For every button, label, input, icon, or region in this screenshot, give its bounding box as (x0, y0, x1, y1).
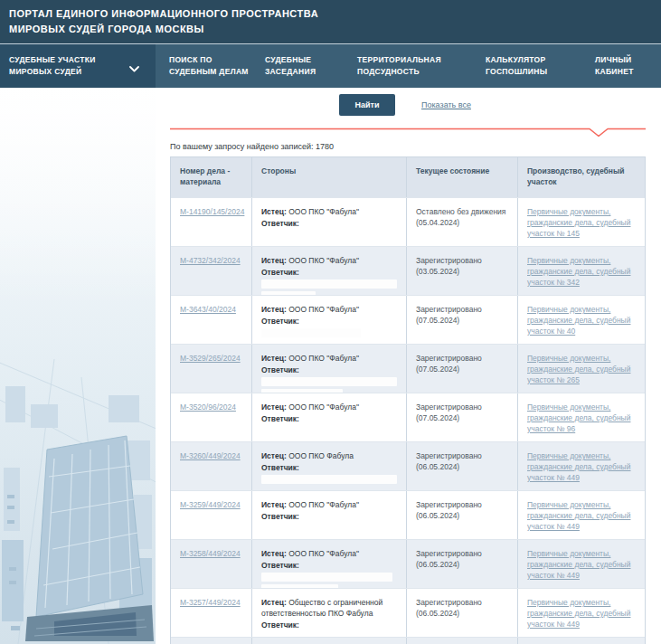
production-link[interactable]: Первичные документы, гражданские дела, с… (527, 500, 630, 531)
redacted-text (261, 291, 316, 295)
plaintiff-value: ООО ПКО "Фабула" (288, 207, 359, 216)
plaintiff-value: ООО ПКО "Фабула" (288, 549, 359, 558)
production-link[interactable]: Первичные документы, гражданские дела, с… (527, 402, 630, 433)
nav-item-label: ПОИСК ПО (169, 54, 265, 66)
column-header-production: Производство, судебный участок (517, 157, 646, 197)
defendant-value (261, 474, 397, 483)
table-row: М-14190/145/2024 Истец: ООО ПКО "Фабула"… (171, 197, 645, 246)
production-link[interactable]: Первичные документы, гражданские дела, с… (527, 256, 630, 287)
results-count: По вашему запросу найдено записей: 1780 (170, 142, 646, 151)
status-text: Зарегистрировано (416, 255, 508, 266)
find-button[interactable]: Найти (339, 94, 395, 116)
defendant-label: Ответчик: (261, 365, 299, 374)
cell-case-number: М-3260/449/2024 (171, 442, 251, 490)
case-number-link[interactable]: М-4732/342/2024 (180, 256, 241, 265)
plaintiff-label: Истец: (261, 305, 287, 314)
production-link[interactable]: Первичные документы, гражданские дела, с… (527, 451, 630, 482)
case-number-link[interactable]: М-14190/145/2024 (180, 207, 244, 216)
table-row (171, 637, 645, 644)
plaintiff-value: ООО ПКО "Фабула" (288, 354, 359, 363)
nav-item-label: КАЛЬКУЛЯТОР (486, 54, 595, 66)
status-date: (07.05.2024) (416, 315, 508, 326)
nav-item-territorial-jurisdiction[interactable]: ТЕРРИТОРИАЛЬНАЯ ПОДСУДНОСТЬ (357, 44, 486, 88)
plaintiff-label: Истец: (261, 207, 287, 216)
cell-case-number: М-3259/449/2024 (171, 491, 251, 539)
cell-parties: Истец: ООО ПКО "Фабула" Ответчик: (251, 247, 406, 295)
cell-case-number: М-3258/449/2024 (171, 540, 251, 588)
plaintiff-label: Истец: (261, 256, 287, 265)
cell-production: Первичные документы, гражданские дела, с… (517, 491, 645, 539)
table-row: М-3529/265/2024 Истец: ООО ПКО "Фабула" … (171, 344, 645, 393)
nav-item-court-districts[interactable]: СУДЕБНЫЕ УЧАСТКИ МИРОВЫХ СУДЕЙ (0, 44, 156, 88)
cell-case-number: М-3643/40/2024 (171, 296, 251, 344)
nav-item-court-sessions[interactable]: СУДЕБНЫЕ ЗАСЕДАНИЯ (265, 44, 357, 88)
cell-parties: Истец: Общество с ограниченной ответстве… (251, 589, 406, 637)
table-body: М-14190/145/2024 Истец: ООО ПКО "Фабула"… (171, 197, 645, 644)
nav-item-fee-calculator[interactable]: КАЛЬКУЛЯТОР ГОСПОШЛИНЫ (486, 44, 595, 88)
status-text: Зарегистрировано (416, 548, 508, 559)
cell-status (406, 638, 517, 644)
cell-parties: Истец: ООО ПКО "Фабула" Ответчик: (251, 491, 406, 539)
cell-production (517, 638, 645, 644)
cell-parties: Истец: ООО ПКО "Фабула" Ответчик: (251, 198, 406, 246)
defendant-value (261, 376, 397, 393)
show-all-link[interactable]: Показать все (421, 100, 471, 109)
case-number-link[interactable]: М-3258/449/2024 (180, 549, 241, 558)
chevron-down-icon (129, 60, 139, 76)
nav-items: ПОИСК ПО СУДЕБНЫМ ДЕЛАМ СУДЕБНЫЕ ЗАСЕДАН… (156, 44, 651, 88)
status-date: (03.05.2024) (416, 266, 508, 277)
production-link[interactable]: Первичные документы, гражданские дела, с… (527, 354, 630, 384)
cell-production: Первичные документы, гражданские дела, с… (517, 198, 645, 246)
status-text: Зарегистрировано (416, 304, 508, 315)
nav-item-case-search[interactable]: ПОИСК ПО СУДЕБНЫМ ДЕЛАМ (169, 44, 265, 88)
defendant-label: Ответчик: (261, 268, 299, 277)
nav-item-personal-account[interactable]: ЛИЧНЫЙ КАБИНЕТ (595, 44, 651, 88)
table-row: М-3643/40/2024 Истец: ООО ПКО "Фабула" О… (171, 295, 645, 344)
production-link[interactable]: Первичные документы, гражданские дела, с… (527, 598, 630, 629)
case-number-link[interactable]: М-3259/449/2024 (180, 500, 241, 509)
cell-status: Оставлено без движения (05.04.2024) (406, 198, 517, 246)
defendant-value (261, 327, 361, 336)
column-header-status: Текущее состояние (406, 157, 517, 197)
defendant-label: Ответчик: (261, 561, 299, 570)
cell-parties: Истец: ООО ПКО "Фабула" Ответчик: (251, 296, 406, 344)
nav-item-label: ТЕРРИТОРИАЛЬНАЯ (357, 54, 486, 66)
cell-case-number: М-14190/145/2024 (171, 198, 251, 246)
case-number-link[interactable]: М-3257/449/2024 (180, 598, 241, 607)
case-number-link[interactable]: М-3260/449/2024 (180, 451, 241, 460)
defendant-value (261, 279, 397, 295)
case-number-link[interactable]: М-3643/40/2024 (180, 305, 236, 314)
plaintiff-label: Истец: (261, 598, 287, 607)
plaintiff-label: Истец: (261, 500, 287, 509)
case-number-link[interactable]: М-3520/96/2024 (180, 402, 236, 412)
nav-item-label: КАБИНЕТ (595, 66, 651, 78)
redacted-text (261, 279, 397, 289)
cell-status: Зарегистрировано (06.05.2024) (406, 589, 517, 637)
cell-status: Зарегистрировано (03.05.2024) (406, 247, 517, 295)
site-title-line1: ПОРТАЛ ЕДИНОГО ИНФОРМАЦИОННОГО ПРОСТРАНС… (9, 6, 661, 22)
column-header-case-number: Номер дела - материала (171, 157, 251, 197)
case-number-link[interactable]: М-3529/265/2024 (180, 354, 241, 363)
production-link[interactable]: Первичные документы, гражданские дела, с… (527, 207, 630, 238)
status-date: (06.05.2024) (416, 559, 508, 570)
defendant-label: Ответчик: (261, 512, 299, 521)
table-row: М-3257/449/2024 Истец: Общество с ограни… (171, 588, 645, 637)
plaintiff-value: ООО ПКО "Фабула" (288, 305, 359, 314)
status-date: (07.05.2024) (416, 364, 508, 374)
cell-production: Первичные документы, гражданские дела, с… (517, 442, 645, 490)
table-row: М-4732/342/2024 Истец: ООО ПКО "Фабула" … (171, 246, 645, 295)
column-header-parties: Стороны (251, 157, 406, 197)
cell-production: Первичные документы, гражданские дела, с… (517, 247, 645, 295)
production-link[interactable]: Первичные документы, гражданские дела, с… (527, 549, 630, 580)
cell-status: Зарегистрировано (06.05.2024) (406, 491, 517, 539)
redacted-text (261, 475, 397, 484)
cell-parties: Истец: ООО ПКО "Фабула" Ответчик: (251, 393, 406, 441)
cell-production: Первичные документы, гражданские дела, с… (517, 345, 645, 393)
defendant-label: Ответчик: (261, 620, 299, 630)
redacted-text (261, 389, 343, 393)
status-text: Зарегистрировано (416, 402, 508, 412)
site-title-line2: МИРОВЫХ СУДЕЙ ГОРОДА МОСКВЫ (9, 22, 661, 37)
redacted-text (261, 328, 361, 337)
production-link[interactable]: Первичные документы, гражданские дела, с… (527, 305, 630, 336)
portal-window: ПОРТАЛ ЕДИНОГО ИНФОРМАЦИОННОГО ПРОСТРАНС… (0, 0, 661, 644)
